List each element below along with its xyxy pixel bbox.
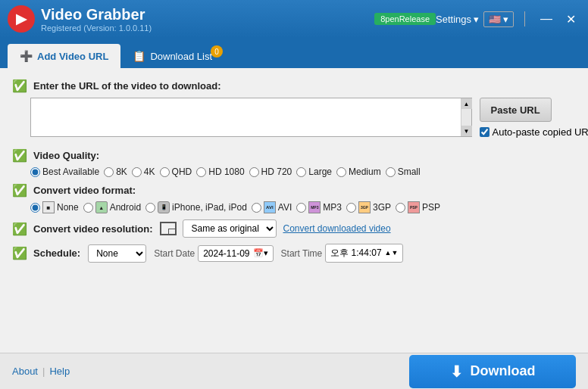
url-scrollbar: ▲ ▼ <box>461 98 471 136</box>
tab-add-url-label: Add Video URL <box>37 51 108 62</box>
format-section: ✅ Convert video format: ■ None ▲ Android… <box>12 183 576 213</box>
start-time-wrap: Start Time 오후 1:44:07 ▲▼ <box>281 244 404 263</box>
url-input-wrap: ▲ ▼ <box>30 98 472 137</box>
url-section: ✅ Enter the URL of the video to download… <box>12 79 576 142</box>
quality-options: Best Available 8K 4K QHD HD 1080 HD 720 … <box>30 166 424 177</box>
resolution-check-icon: ✅ <box>12 222 27 236</box>
download-button[interactable]: ⬇ Download <box>409 355 576 388</box>
app-name-block: Video Grabber Registered (Version: 1.0.0… <box>41 6 367 33</box>
add-url-tab-icon: ➕ <box>20 50 33 62</box>
quality-hd720[interactable]: HD 720 <box>249 166 292 177</box>
start-time-input[interactable]: 오후 1:44:07 ▲▼ <box>325 244 403 263</box>
title-bar: ▶ Video Grabber Registered (Version: 1.0… <box>0 0 588 38</box>
autopaste-checkbox[interactable] <box>480 127 489 137</box>
close-button[interactable]: ✕ <box>561 12 580 26</box>
paste-url-button[interactable]: Paste URL <box>480 98 552 122</box>
start-date-value: 2024-11-09 <box>203 248 249 259</box>
window-controls: Settings ▾ 🇺🇸 ▾ — ✕ <box>436 11 580 27</box>
language-button[interactable]: 🇺🇸 ▾ <box>483 11 514 27</box>
quality-hd1080[interactable]: HD 1080 <box>196 166 244 177</box>
quality-8k[interactable]: 8K <box>104 166 127 177</box>
format-none[interactable]: ■ None <box>30 201 79 213</box>
schedule-check-icon: ✅ <box>12 246 27 260</box>
format-android[interactable]: ▲ Android <box>83 201 141 213</box>
settings-label: Settings <box>436 14 471 25</box>
psp-format-icon: PSP <box>408 201 420 213</box>
beta-badge: 8penRelease <box>374 13 436 25</box>
download-list-badge: 0 <box>211 45 223 58</box>
resolution-select[interactable]: Same as original <box>183 219 277 238</box>
convert-link[interactable]: Convert downloaded video <box>283 223 390 234</box>
autopaste-label: Auto-paste copied URL <box>493 126 588 138</box>
format-iphone[interactable]: 📱 iPhone, iPad, iPod <box>145 201 247 213</box>
bottom-separator: | <box>42 366 45 377</box>
quality-medium[interactable]: Medium <box>336 166 381 177</box>
start-date-label: Start Date <box>154 248 195 259</box>
time-spinners[interactable]: ▲▼ <box>385 250 399 257</box>
start-time-label: Start Time <box>281 248 323 259</box>
resolution-icon-inner <box>168 229 176 235</box>
quality-best[interactable]: Best Available <box>30 166 99 177</box>
format-psp[interactable]: PSP PSP <box>396 201 440 213</box>
bottom-bar: About | Help ⬇ Download <box>0 353 588 389</box>
quality-qhd[interactable]: QHD <box>160 166 192 177</box>
url-section-label: Enter the URL of the video to download: <box>33 80 220 92</box>
tab-download-list[interactable]: 📋 Download List 0 <box>120 44 224 68</box>
iphone-format-icon: 📱 <box>158 201 170 213</box>
app-version: Registered (Version: 1.0.0.11) <box>41 23 367 33</box>
title-divider <box>524 11 525 26</box>
schedule-label: Schedule: <box>33 247 80 259</box>
none-format-icon: ■ <box>42 201 55 213</box>
resolution-section: ✅ Convert video resolution: Same as orig… <box>12 219 576 238</box>
download-label: Download <box>471 363 536 379</box>
format-mp3[interactable]: MP3 MP3 <box>296 201 342 213</box>
tab-add-url[interactable]: ➕ Add Video URL <box>8 44 120 68</box>
logo-icon: ▶ <box>16 11 27 27</box>
download-icon: ⬇ <box>450 363 463 381</box>
format-options: ■ None ▲ Android 📱 iPhone, iPad, iPod AV… <box>30 201 443 213</box>
quality-4k[interactable]: 4K <box>132 166 155 177</box>
tab-bar: ➕ Add Video URL 📋 Download List 0 <box>0 38 588 68</box>
quality-large[interactable]: Large <box>296 166 332 177</box>
android-format-icon: ▲ <box>95 201 108 213</box>
settings-button[interactable]: Settings ▾ <box>436 14 479 25</box>
resolution-label: Convert video resolution: <box>33 223 152 235</box>
avi-format-icon: AVI <box>264 201 276 213</box>
quality-section: ✅ Video Quality: Best Available 8K 4K QH… <box>12 148 576 177</box>
url-check-icon: ✅ <box>12 79 27 93</box>
quality-check-icon: ✅ <box>12 148 27 163</box>
settings-arrow: ▾ <box>474 14 479 25</box>
download-list-tab-icon: 📋 <box>133 50 145 62</box>
calendar-icon[interactable]: 📅▾ <box>253 248 268 258</box>
url-input[interactable] <box>31 98 461 136</box>
autopaste-row: Auto-paste copied URL <box>480 126 588 138</box>
3gp-format-icon: 3GP <box>358 201 371 213</box>
format-3gp[interactable]: 3GP 3GP <box>346 201 391 213</box>
flag-icon: 🇺🇸 <box>489 14 501 25</box>
resolution-icon <box>160 222 177 235</box>
scrollbar-up[interactable]: ▲ <box>461 98 472 109</box>
lang-arrow: ▾ <box>503 14 508 25</box>
app-name: Video Grabber <box>41 6 367 23</box>
scrollbar-down[interactable]: ▼ <box>461 126 472 136</box>
schedule-section: ✅ Schedule: None Start Date 2024-11-09 📅… <box>12 244 576 263</box>
quality-label: Video Quality: <box>33 150 99 161</box>
main-content: ✅ Enter the URL of the video to download… <box>0 68 588 353</box>
format-avi[interactable]: AVI AVI <box>252 201 292 213</box>
start-time-value: 오후 1:44:07 <box>330 247 381 260</box>
tab-download-list-label: Download List <box>150 51 212 62</box>
schedule-select[interactable]: None <box>88 244 146 263</box>
quality-small[interactable]: Small <box>386 166 421 177</box>
mp3-format-icon: MP3 <box>308 201 321 213</box>
start-date-input[interactable]: 2024-11-09 📅▾ <box>198 245 273 262</box>
format-label: Convert video format: <box>33 185 136 196</box>
format-check-icon: ✅ <box>12 183 27 198</box>
help-link[interactable]: Help <box>49 366 70 377</box>
about-link[interactable]: About <box>12 366 38 377</box>
app-logo: ▶ <box>8 5 35 33</box>
minimize-button[interactable]: — <box>536 12 557 26</box>
start-date-wrap: Start Date 2024-11-09 📅▾ <box>154 245 273 262</box>
